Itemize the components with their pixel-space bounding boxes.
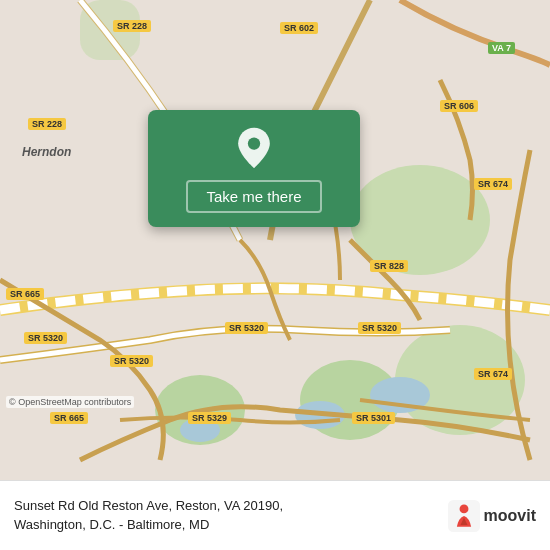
moovit-logo: moovit bbox=[448, 500, 536, 532]
take-me-there-button[interactable]: Take me there bbox=[186, 180, 321, 213]
osm-attribution: © OpenStreetMap contributors bbox=[6, 396, 134, 408]
moovit-icon-svg bbox=[448, 500, 480, 532]
navigation-card: Take me there bbox=[148, 110, 360, 227]
moovit-text: moovit bbox=[484, 507, 536, 525]
road-label-sr606: SR 606 bbox=[440, 100, 478, 112]
map-container: Herndon SR 228 SR 228 SR 602 VA 7 SR 606… bbox=[0, 0, 550, 480]
map-pin bbox=[232, 126, 276, 170]
svg-point-9 bbox=[248, 137, 260, 149]
address-text: Sunset Rd Old Reston Ave, Reston, VA 201… bbox=[14, 497, 438, 533]
map-svg bbox=[0, 0, 550, 480]
road-label-sr228-top: SR 228 bbox=[113, 20, 151, 32]
road-label-sr5320-mid: SR 5320 bbox=[225, 322, 268, 334]
road-label-sr665-left: SR 665 bbox=[6, 288, 44, 300]
road-label-sr5320-left: SR 5320 bbox=[24, 332, 67, 344]
road-label-sr5329: SR 5329 bbox=[188, 412, 231, 424]
info-bar: Sunset Rd Old Reston Ave, Reston, VA 201… bbox=[0, 480, 550, 550]
road-label-sr674-bot: SR 674 bbox=[474, 368, 512, 380]
road-label-sr665-bot: SR 665 bbox=[50, 412, 88, 424]
svg-point-11 bbox=[459, 504, 468, 513]
road-label-sr5301: SR 5301 bbox=[352, 412, 395, 424]
road-label-sr674-top: SR 674 bbox=[474, 178, 512, 190]
address-line2: Washington, D.C. - Baltimore, MD bbox=[14, 516, 438, 534]
road-label-sr5320-bot2: SR 5320 bbox=[110, 355, 153, 367]
road-label-sr602: SR 602 bbox=[280, 22, 318, 34]
road-label-sr5320-right: SR 5320 bbox=[358, 322, 401, 334]
road-label-sr228-left: SR 228 bbox=[28, 118, 66, 130]
road-label-va7: VA 7 bbox=[488, 42, 515, 54]
road-label-sr828: SR 828 bbox=[370, 260, 408, 272]
address-line1: Sunset Rd Old Reston Ave, Reston, VA 201… bbox=[14, 497, 438, 515]
herndon-city-label: Herndon bbox=[22, 145, 71, 159]
